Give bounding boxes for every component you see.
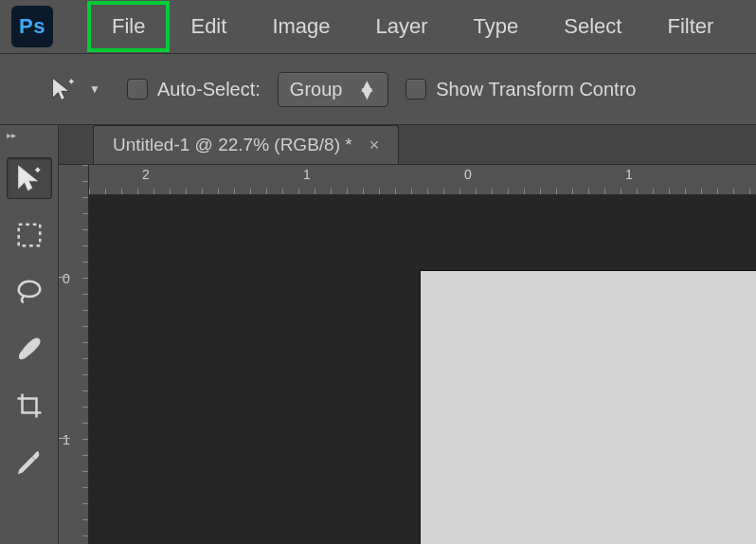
tool-preset-picker[interactable]: ▼	[40, 70, 110, 108]
auto-select-target-dropdown[interactable]: Group ▲▼	[278, 72, 388, 107]
brush-icon	[15, 335, 44, 363]
canvas[interactable]	[89, 195, 756, 544]
horizontal-ruler[interactable]: 2 1 0 1	[89, 165, 756, 195]
close-tab-icon[interactable]: ×	[369, 136, 380, 155]
vertical-ruler[interactable]: 0 1	[59, 165, 89, 544]
document-tab-title: Untitled-1 @ 22.7% (RGB/8) *	[113, 135, 352, 155]
show-transform-option[interactable]: Show Transform Contro	[405, 79, 636, 100]
auto-select-target-value: Group	[290, 79, 343, 100]
svg-rect-0	[18, 225, 40, 246]
h-ruler-label: 2	[142, 167, 150, 182]
toolbar-expand-handle[interactable]: ▸▸	[0, 127, 23, 142]
show-transform-checkbox[interactable]	[405, 79, 426, 100]
document-area: Untitled-1 @ 22.7% (RGB/8) * × 0 1 2 1 0…	[59, 125, 756, 544]
auto-select-checkbox[interactable]	[127, 79, 148, 100]
menu-items: File Edit Image Layer Type Select Filter	[89, 3, 736, 50]
brush-tool[interactable]	[7, 328, 52, 370]
marquee-tool[interactable]	[7, 214, 52, 256]
menu-edit[interactable]: Edit	[168, 3, 249, 50]
v-ruler-label: 0	[63, 271, 70, 286]
tools-panel	[0, 125, 59, 544]
v-ruler-label: 1	[63, 432, 70, 447]
lasso-icon	[15, 278, 44, 306]
menu-bar: Ps File Edit Image Layer Type Select Fil…	[0, 0, 756, 53]
stepper-arrows-icon: ▲▼	[357, 82, 376, 97]
app-logo: Ps	[11, 6, 53, 47]
workspace: Untitled-1 @ 22.7% (RGB/8) * × 0 1 2 1 0…	[0, 125, 756, 544]
eyedropper-tool[interactable]	[7, 442, 52, 483]
chevron-down-icon: ▼	[89, 82, 100, 96]
h-ruler-label: 0	[464, 167, 472, 182]
crop-icon	[15, 391, 44, 420]
artboard[interactable]	[421, 271, 756, 544]
move-tool-icon	[15, 164, 44, 192]
eyedropper-icon	[15, 448, 44, 477]
menu-select[interactable]: Select	[541, 3, 644, 50]
canvas-wrap: 0 1 2 1 0 1	[59, 165, 756, 544]
options-bar: ▼ Auto-Select: Group ▲▼ Show Transform C…	[0, 53, 756, 125]
h-ruler-label: 1	[303, 167, 311, 182]
menu-filter[interactable]: Filter	[644, 3, 736, 50]
auto-select-label: Auto-Select:	[157, 79, 261, 100]
menu-file[interactable]: File	[89, 3, 168, 50]
lasso-tool[interactable]	[7, 271, 52, 313]
menu-image[interactable]: Image	[249, 3, 352, 50]
document-tab-bar: Untitled-1 @ 22.7% (RGB/8) * ×	[59, 125, 756, 165]
document-tab[interactable]: Untitled-1 @ 22.7% (RGB/8) * ×	[93, 125, 399, 164]
rectangular-marquee-icon	[15, 221, 44, 249]
move-tool[interactable]	[7, 157, 52, 199]
auto-select-option[interactable]: Auto-Select:	[127, 79, 261, 100]
crop-tool[interactable]	[7, 385, 52, 426]
show-transform-label: Show Transform Contro	[436, 79, 636, 100]
menu-type[interactable]: Type	[451, 3, 542, 50]
h-ruler-label: 1	[625, 167, 633, 182]
move-tool-icon	[49, 76, 76, 102]
menu-layer[interactable]: Layer	[353, 3, 451, 50]
app-logo-text: Ps	[19, 14, 45, 39]
